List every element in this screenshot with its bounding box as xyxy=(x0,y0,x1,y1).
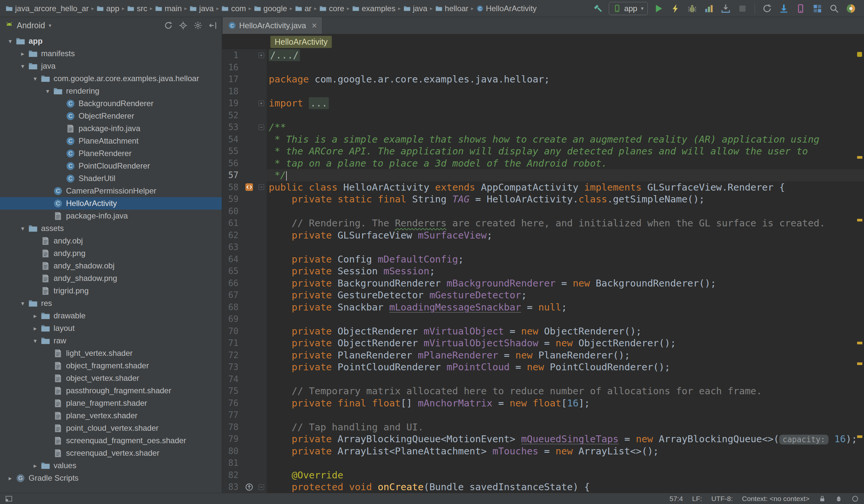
chevron-collapsed-icon[interactable]: ▸ xyxy=(17,50,28,58)
code-text[interactable]: /** xyxy=(267,121,864,133)
profile-avatar[interactable] xyxy=(845,3,857,14)
code-text[interactable]: private GestureDetector mGestureDetector… xyxy=(267,289,864,301)
tree-item-package-info-java[interactable]: package-info.java xyxy=(0,209,222,222)
event-log-icon[interactable] xyxy=(852,495,859,502)
sdk-manager-button[interactable] xyxy=(778,3,790,14)
tree-item-pointcloudrenderer[interactable]: CPointCloudRenderer xyxy=(0,160,222,172)
tree-item-com-google-ar-core-examples-java-helloar[interactable]: ▾com.google.ar.core.examples.java.helloa… xyxy=(0,72,222,85)
breadcrumb-item-com[interactable]: com xyxy=(220,3,248,14)
tree-item-planeattachment[interactable]: CPlaneAttachment xyxy=(0,135,222,147)
code-text[interactable]: private ObjectRenderer mVirtualObjectSha… xyxy=(267,337,864,349)
fold-expand-icon[interactable]: + xyxy=(255,100,267,106)
tree-item-helloaractivity[interactable]: CHelloArActivity xyxy=(0,197,222,209)
code-text[interactable]: private static final String TAG = HelloA… xyxy=(267,193,864,205)
fold-collapse-icon[interactable]: − xyxy=(255,184,267,190)
profiler-button[interactable] xyxy=(703,3,715,14)
chevron-collapsed-icon[interactable]: ▸ xyxy=(29,325,41,332)
apply-changes-button[interactable] xyxy=(670,3,681,14)
tree-item-values[interactable]: ▸values xyxy=(0,459,222,472)
breadcrumb-item-ar[interactable]: ar xyxy=(293,3,313,14)
breadcrumb-item-google[interactable]: google xyxy=(252,3,289,14)
breadcrumb-item-examples[interactable]: examples xyxy=(350,3,397,14)
code-text[interactable]: private Session mSession; xyxy=(267,265,864,277)
code-text[interactable]: package com.google.ar.core.examples.java… xyxy=(267,73,864,85)
breadcrumb-item-java-arcore-hello-ar[interactable]: java_arcore_hello_ar xyxy=(4,3,90,14)
debug-button[interactable] xyxy=(686,3,698,14)
tree-item-screenquad-vertex-shader[interactable]: screenquad_vertex.shader xyxy=(0,447,222,459)
tree-item-andy-obj[interactable]: andy.obj xyxy=(0,235,222,247)
tree-item-point-cloud-vertex-shader[interactable]: point_cloud_vertex.shader xyxy=(0,422,222,434)
code-text[interactable]: // Tap handling and UI. xyxy=(267,421,864,433)
stop-button[interactable] xyxy=(736,3,748,14)
code-text[interactable]: * tap on a plane to place a 3d model of … xyxy=(267,157,864,169)
breadcrumb-class-chip[interactable]: HelloArActivity xyxy=(271,36,332,48)
chevron-expanded-icon[interactable]: ▾ xyxy=(42,87,53,95)
warning-stripe-mark[interactable] xyxy=(857,219,862,221)
code-text[interactable]: private GLSurfaceView mSurfaceView; xyxy=(267,229,864,241)
search-everywhere-button[interactable] xyxy=(828,3,840,14)
tree-item-assets[interactable]: ▾assets xyxy=(0,222,222,235)
editor-tab-helloaractivity[interactable]: C HelloArActivity.java × xyxy=(223,17,322,34)
class-declaration-icon[interactable] xyxy=(242,183,255,192)
line-separator-widget[interactable]: LF: xyxy=(692,495,702,503)
build-button[interactable] xyxy=(592,3,604,14)
code-text[interactable]: * This is a simple example that shows ho… xyxy=(267,133,864,146)
fold-expand-icon[interactable]: + xyxy=(255,52,267,58)
code-text[interactable]: private ArrayBlockingQueue<MotionEvent> … xyxy=(267,433,864,445)
tree-item-shaderutil[interactable]: CShaderUtil xyxy=(0,172,222,185)
tree-item-trigrid-png[interactable]: trigrid.png xyxy=(0,285,222,297)
locate-file-icon[interactable] xyxy=(179,21,188,30)
tree-item-manifests[interactable]: ▸manifests xyxy=(0,47,222,60)
tree-item-package-info-java[interactable]: package-info.java xyxy=(0,122,222,135)
tree-item-backgroundrenderer[interactable]: CBackgroundRenderer xyxy=(0,97,222,110)
override-method-icon[interactable] xyxy=(242,483,255,492)
code-text[interactable]: import ... xyxy=(267,97,864,109)
chevron-expanded-icon[interactable]: ▾ xyxy=(17,225,28,232)
warning-stripe-mark[interactable] xyxy=(857,435,862,438)
lock-icon[interactable] xyxy=(819,495,826,502)
warning-stripe-mark[interactable] xyxy=(857,342,862,344)
run-button[interactable] xyxy=(653,3,664,14)
tree-item-andy-png[interactable]: andy.png xyxy=(0,247,222,260)
code-text[interactable]: private PointCloudRenderer mPointCloud =… xyxy=(267,361,864,373)
inspections-indicator-icon[interactable] xyxy=(857,52,862,57)
code-text[interactable]: // Temporary matrix allocated here to re… xyxy=(267,385,864,397)
tree-item-rendering[interactable]: ▾rendering xyxy=(0,85,222,97)
breadcrumb-item-main[interactable]: main xyxy=(153,3,183,14)
chevron-collapsed-icon[interactable]: ▸ xyxy=(29,312,41,320)
tree-item-screenquad-fragment-oes-shader[interactable]: screenquad_fragment_oes.shader xyxy=(0,434,222,447)
tree-item-gradle-scripts[interactable]: ▸GGradle Scripts xyxy=(0,472,222,484)
tree-item-objectrenderer[interactable]: CObjectRenderer xyxy=(0,110,222,122)
breadcrumb-item-app[interactable]: app xyxy=(95,3,121,14)
tree-item-light-vertex-shader[interactable]: light_vertex.shader xyxy=(0,347,222,359)
code-text[interactable]: private ArrayList<PlaneAttachment> mTouc… xyxy=(267,445,864,457)
caret-position-widget[interactable]: 57:4 xyxy=(670,495,683,503)
tree-item-andy-shadow-obj[interactable]: andy_shadow.obj xyxy=(0,260,222,272)
tree-item-camerapermissionhelper[interactable]: CCameraPermissionHelper xyxy=(0,185,222,197)
chevron-collapsed-icon[interactable]: ▸ xyxy=(4,475,16,482)
hide-panel-icon[interactable] xyxy=(208,21,217,30)
tree-item-andy-shadow-png[interactable]: andy_shadow.png xyxy=(0,272,222,285)
breadcrumb-item-java[interactable]: java xyxy=(188,3,215,14)
breadcrumb-item-src[interactable]: src xyxy=(125,3,149,14)
project-view-selector[interactable]: Android ▾ xyxy=(4,21,51,30)
code-text[interactable]: @Override xyxy=(267,469,864,481)
code-text[interactable]: // Rendering. The Renderers are created … xyxy=(267,217,864,229)
layout-inspector-button[interactable] xyxy=(812,3,823,14)
close-tab-icon[interactable]: × xyxy=(312,22,317,29)
breadcrumb-item-helloaractivity[interactable]: CHelloArActivity xyxy=(475,3,538,14)
code-text[interactable]: public class HelloArActivity extends App… xyxy=(267,181,864,193)
chevron-expanded-icon[interactable]: ▾ xyxy=(17,62,28,70)
tree-item-plane-fragment-shader[interactable]: plane_fragment.shader xyxy=(0,397,222,409)
tree-item-raw[interactable]: ▾raw xyxy=(0,335,222,347)
chevron-expanded-icon[interactable]: ▾ xyxy=(29,337,41,345)
breadcrumb-item-java[interactable]: java xyxy=(402,3,429,14)
settings-icon[interactable] xyxy=(193,21,202,30)
warning-stripe-mark[interactable] xyxy=(857,156,862,159)
code-text[interactable]: private final float[] mAnchorMatrix = ne… xyxy=(267,397,864,409)
code-text[interactable]: /.../ xyxy=(267,49,864,61)
code-text[interactable]: private Config mDefaultConfig; xyxy=(267,253,864,265)
avd-manager-button[interactable] xyxy=(795,3,806,14)
code-text[interactable]: private Snackbar mLoadingMessageSnackbar… xyxy=(267,301,864,313)
gradle-sync-button[interactable] xyxy=(761,3,773,14)
